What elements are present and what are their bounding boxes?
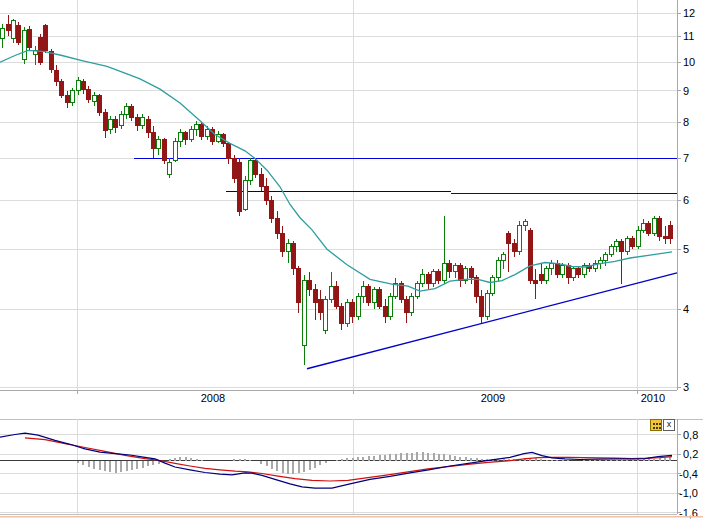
candle-body (60, 82, 64, 95)
macd-histogram-bar (373, 456, 375, 461)
candle-body (491, 278, 495, 293)
macd-histogram-bar (341, 459, 343, 461)
macd-histogram-bar (136, 461, 138, 469)
candle-body (184, 133, 188, 140)
price-axis-label: 9 (683, 85, 689, 97)
candle-body (577, 269, 581, 275)
candle-body (329, 287, 333, 300)
macd-histogram-bar (142, 461, 144, 468)
candle-body (157, 140, 161, 149)
indicator-properties-button[interactable] (650, 419, 662, 431)
candle-body (426, 275, 430, 284)
macd-histogram-bar (443, 454, 445, 461)
candle-body (405, 299, 409, 312)
candle-body (598, 260, 602, 263)
macd-histogram-bar (379, 455, 381, 461)
macd-histogram-bar (77, 461, 79, 464)
macd-histogram-bar (659, 458, 661, 461)
candle-body (442, 263, 446, 281)
macd-histogram-bar (459, 457, 461, 461)
macd-histogram-bar (244, 459, 246, 461)
macd-histogram-bar (357, 457, 359, 461)
macd-histogram-bar (384, 455, 386, 461)
candle-body (125, 106, 129, 114)
macd-histogram-bar (179, 457, 181, 461)
candle-body (98, 95, 102, 112)
price-axis-label: 8 (683, 116, 689, 128)
candle-body (275, 219, 279, 234)
macd-histogram-bar (406, 453, 408, 461)
macd-histogram-bar (352, 458, 354, 461)
candle-body (324, 299, 328, 330)
candle-body (432, 272, 436, 284)
panel-highlight-line (0, 516, 703, 518)
macd-histogram (77, 452, 671, 473)
candle-body (248, 160, 252, 180)
candle-body (173, 142, 177, 161)
macd-histogram-bar (438, 454, 440, 461)
chart-window: 12111098765432008200920100,80,2-0,4-1,0-… (0, 0, 703, 524)
candle-body (356, 296, 360, 316)
macd-histogram-bar (233, 459, 235, 461)
macd-histogram-bar (648, 459, 650, 461)
candle-body (168, 162, 172, 174)
candle-body (92, 95, 96, 101)
grid-layer (0, 0, 703, 514)
macd-histogram-bar (621, 460, 623, 461)
macd-axis-label: -1,0 (679, 487, 698, 499)
candle-body (507, 233, 511, 243)
candle-body (281, 233, 285, 251)
x-axis-year-label: 2010 (641, 392, 665, 404)
candle-body (572, 269, 576, 278)
candle-body (642, 223, 646, 230)
candle-body (178, 133, 182, 142)
candle-body (378, 290, 382, 306)
candle-body (631, 239, 635, 247)
candle-body (367, 287, 371, 303)
macd-histogram-bar (249, 460, 251, 461)
macd-histogram-bar (82, 461, 84, 466)
indicator-close-button[interactable]: x (663, 419, 675, 431)
macd-histogram-bar (174, 458, 176, 461)
macd-histogram-bar (546, 460, 548, 461)
macd-histogram-bar (104, 461, 106, 471)
candle-body (318, 299, 322, 312)
macd-histogram-bar (303, 461, 305, 472)
macd-histogram-bar (616, 460, 618, 461)
macd-histogram-bar (400, 453, 402, 460)
macd-histogram-bar (503, 459, 505, 460)
price-chart-canvas[interactable]: 12111098765432008200920100,80,2-0,4-1,0-… (0, 0, 703, 524)
candle-body (227, 143, 231, 158)
candle-body (485, 293, 489, 316)
x-axis-year-label: 2009 (481, 392, 505, 404)
candle-body (135, 117, 139, 125)
candle-body (475, 278, 479, 297)
macd-histogram-bar (266, 461, 268, 467)
candle-body (71, 91, 75, 103)
candle-body (448, 263, 452, 272)
macd-histogram-bar (120, 461, 122, 472)
candle-body (11, 21, 15, 39)
macd-histogram-bar (626, 460, 628, 461)
close-icon: x (667, 419, 672, 429)
candle-body (663, 236, 667, 239)
candle-body (388, 296, 392, 316)
candle-body (437, 272, 441, 281)
candle-body (502, 255, 506, 261)
candle-body (259, 174, 263, 187)
candle-body (243, 180, 247, 209)
candle-body (189, 129, 193, 140)
candle-body (81, 82, 85, 89)
candle-body (480, 296, 484, 316)
candle-body (421, 275, 425, 284)
macd-histogram-bar (540, 459, 542, 461)
macd-histogram-bar (427, 453, 429, 461)
macd-histogram-bar (282, 461, 284, 473)
candle-body (555, 263, 559, 275)
candle-body (270, 200, 274, 219)
price-axis-label: 3 (683, 381, 689, 393)
price-axis-label: 12 (683, 7, 695, 19)
macd-histogram-bar (109, 461, 111, 472)
macd-histogram-bar (126, 461, 128, 471)
macd-histogram-bar (309, 461, 311, 470)
